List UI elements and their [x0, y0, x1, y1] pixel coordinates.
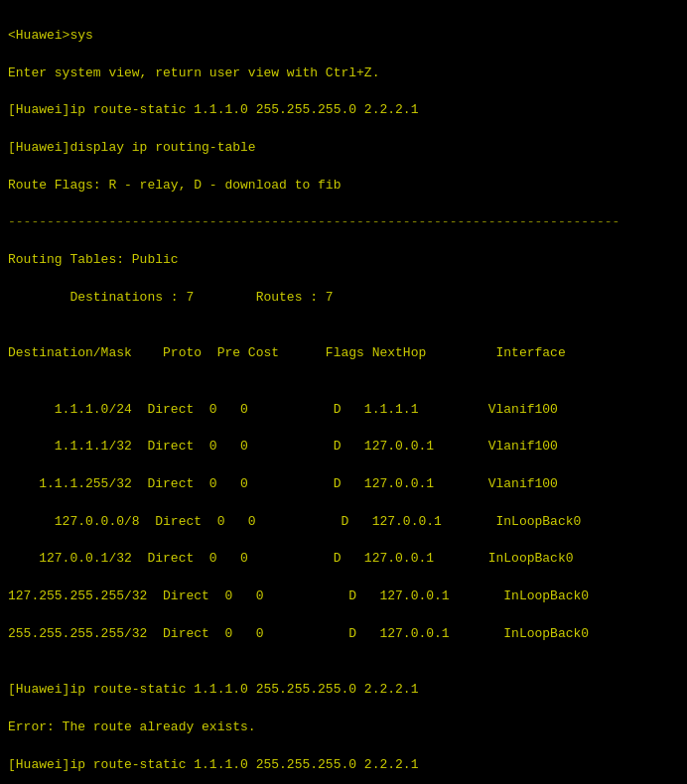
terminal-line-9: Destination/Mask Proto Pre Cost Flags Ne… [8, 344, 679, 363]
terminal-line-16: 127.255.255.255/32 Direct 0 0 D 127.0.0.… [8, 588, 679, 606]
terminal-line-5: ----------------------------------------… [8, 213, 679, 232]
terminal-line-7: Destinations : 7 Routes : 7 [8, 289, 679, 308]
terminal-line-17: 255.255.255.255/32 Direct 0 0 D 127.0.0.… [8, 625, 679, 644]
terminal-line-12: 1.1.1.1/32 Direct 0 0 D 127.0.0.1 Vlanif… [8, 438, 679, 457]
terminal-line-6: Routing Tables: Public [8, 251, 679, 270]
terminal-line-19: [Huawei]ip route-static 1.1.1.0 255.255.… [8, 681, 679, 700]
terminal-line-0: <Huawei>sys [8, 27, 679, 46]
terminal-line-20: Error: The route already exists. [8, 719, 679, 737]
terminal-line-13: 1.1.1.255/32 Direct 0 0 D 127.0.0.1 Vlan… [8, 475, 679, 494]
terminal-line-3: [Huawei]display ip routing-table [8, 139, 679, 158]
terminal-output: <Huawei>sys Enter system view, return us… [8, 8, 679, 784]
terminal-line-21: [Huawei]ip route-static 1.1.1.0 255.255.… [8, 756, 679, 775]
terminal-line-2: [Huawei]ip route-static 1.1.1.0 255.255.… [8, 101, 679, 120]
terminal-line-4: Route Flags: R - relay, D - download to … [8, 177, 679, 196]
terminal-line-11: 1.1.1.0/24 Direct 0 0 D 1.1.1.1 Vlanif10… [8, 401, 679, 420]
terminal-line-15: 127.0.0.1/32 Direct 0 0 D 127.0.0.1 InLo… [8, 550, 679, 569]
terminal-line-14: 127.0.0.0/8 Direct 0 0 D 127.0.0.1 InLoo… [8, 513, 679, 532]
terminal-line-1: Enter system view, return user view with… [8, 65, 679, 83]
